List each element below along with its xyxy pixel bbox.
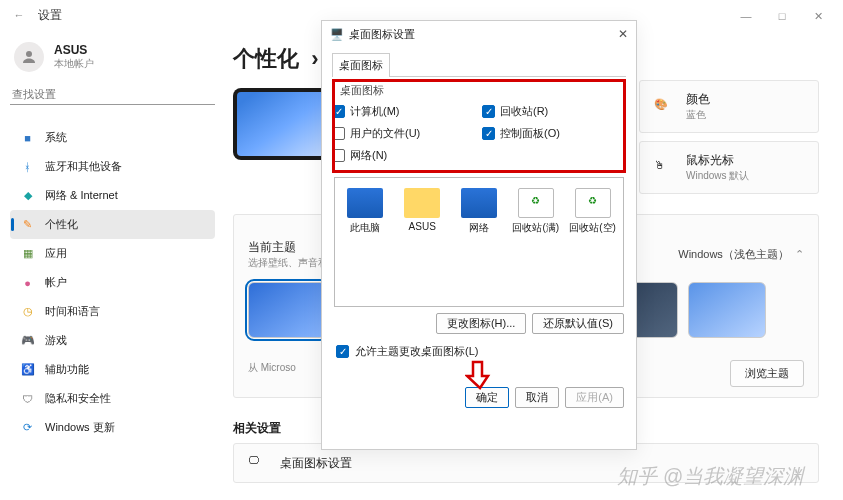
apply-button[interactable]: 应用(A) xyxy=(565,387,624,408)
nav-icon: ᚼ xyxy=(20,159,35,174)
icon-image xyxy=(347,188,383,218)
back-button[interactable]: ← xyxy=(10,6,28,24)
checkbox-用户的文件(U)[interactable]: 用户的文件(U) xyxy=(332,126,476,141)
ok-button[interactable]: 确定 xyxy=(465,387,509,408)
icon-image xyxy=(575,188,611,218)
desktop-icon-回收站(满)[interactable]: 回收站(满) xyxy=(511,188,560,235)
icon-preview-area[interactable]: 此电脑ASUS网络回收站(满)回收站(空) xyxy=(334,177,624,307)
icon-image xyxy=(518,188,554,218)
nav-隐私和安全性[interactable]: 🛡隐私和安全性 xyxy=(10,384,215,413)
dialog-icon: 🖥️ xyxy=(330,28,344,41)
nav-icon: ◆ xyxy=(20,188,35,203)
nav-icon: ■ xyxy=(20,130,35,145)
nav-辅助功能[interactable]: ♿辅助功能 xyxy=(10,355,215,384)
nav-icon: ● xyxy=(20,275,35,290)
theme-mode-dropdown[interactable]: Windows（浅色主题） ⌃ xyxy=(678,247,804,262)
allow-theme-label: 允许主题更改桌面图标(L) xyxy=(355,344,478,359)
theme-thumb[interactable] xyxy=(248,282,326,338)
checkbox-控制面板(O)[interactable]: 控制面板(O) xyxy=(482,126,626,141)
theme-thumb[interactable] xyxy=(688,282,766,338)
nav-icon: ♿ xyxy=(20,362,35,377)
icon-image xyxy=(461,188,497,218)
watermark: 知乎 @当我凝望深渊 xyxy=(617,463,803,490)
checkbox-icon xyxy=(332,105,345,118)
nav-蓝牙和其他设备[interactable]: ᚼ蓝牙和其他设备 xyxy=(10,152,215,181)
dialog-close-button[interactable]: ✕ xyxy=(618,27,628,41)
allow-theme-checkbox[interactable] xyxy=(336,345,349,358)
nav-应用[interactable]: ▦应用 xyxy=(10,239,215,268)
maximize-button[interactable]: □ xyxy=(775,10,789,23)
restore-defaults-button[interactable]: 还原默认值(S) xyxy=(532,313,624,334)
palette-icon: 🎨 xyxy=(654,98,672,116)
nav-帐户[interactable]: ●帐户 xyxy=(10,268,215,297)
close-button[interactable]: ✕ xyxy=(811,10,825,23)
nav-icon: ◷ xyxy=(20,304,35,319)
desktop-icon-settings-dialog: 🖥️ 桌面图标设置 ✕ 桌面图标 桌面图标 计算机(M)回收站(R)用户的文件(… xyxy=(321,20,637,450)
dialog-tab[interactable]: 桌面图标 xyxy=(332,53,390,77)
account-sub: 本地帐户 xyxy=(54,57,94,71)
svg-point-0 xyxy=(26,51,32,57)
desktop-icon-网络[interactable]: 网络 xyxy=(455,188,504,235)
account-name: ASUS xyxy=(54,43,94,57)
desktop-icon-ASUS[interactable]: ASUS xyxy=(398,188,447,232)
checkbox-网络(N)[interactable]: 网络(N) xyxy=(332,148,476,163)
desktop-icon-此电脑[interactable]: 此电脑 xyxy=(341,188,390,235)
nav-系统[interactable]: ■系统 xyxy=(10,123,215,152)
minimize-button[interactable]: — xyxy=(739,10,753,23)
avatar-icon xyxy=(14,42,44,72)
nav-icon: 🛡 xyxy=(20,391,35,406)
change-icon-button[interactable]: 更改图标(H)... xyxy=(436,313,526,334)
browse-themes-button[interactable]: 浏览主题 xyxy=(730,360,804,387)
pill-cursor[interactable]: 🖱 鼠标光标Windows 默认 xyxy=(639,141,819,194)
monitor-icon: 🖵 xyxy=(248,454,266,472)
nav-游戏[interactable]: 🎮游戏 xyxy=(10,326,215,355)
nav-icon: ▦ xyxy=(20,246,35,261)
pill-color[interactable]: 🎨 颜色蓝色 xyxy=(639,80,819,133)
nav-icon: 🎮 xyxy=(20,333,35,348)
desktop-icon-回收站(空)[interactable]: 回收站(空) xyxy=(568,188,617,235)
nav-icon: ⟳ xyxy=(20,420,35,435)
nav-icon: ✎ xyxy=(20,217,35,232)
nav-网络 & Internet[interactable]: ◆网络 & Internet xyxy=(10,181,215,210)
icon-image xyxy=(404,188,440,218)
nav-个性化[interactable]: ✎个性化 xyxy=(10,210,215,239)
dialog-title: 桌面图标设置 xyxy=(349,27,415,42)
checkbox-icon xyxy=(332,149,345,162)
account-block[interactable]: ASUS 本地帐户 xyxy=(10,38,215,84)
checkbox-icon xyxy=(332,127,345,140)
checkbox-icon xyxy=(482,105,495,118)
window-title: 设置 xyxy=(38,7,62,24)
cancel-button[interactable]: 取消 xyxy=(515,387,559,408)
cursor-icon: 🖱 xyxy=(654,159,672,177)
nav-时间和语言[interactable]: ◷时间和语言 xyxy=(10,297,215,326)
search-input[interactable] xyxy=(10,84,215,105)
checkbox-计算机(M)[interactable]: 计算机(M) xyxy=(332,104,476,119)
checkbox-icon xyxy=(482,127,495,140)
checkbox-回收站(R)[interactable]: 回收站(R) xyxy=(482,104,626,119)
nav-Windows 更新[interactable]: ⟳Windows 更新 xyxy=(10,413,215,442)
